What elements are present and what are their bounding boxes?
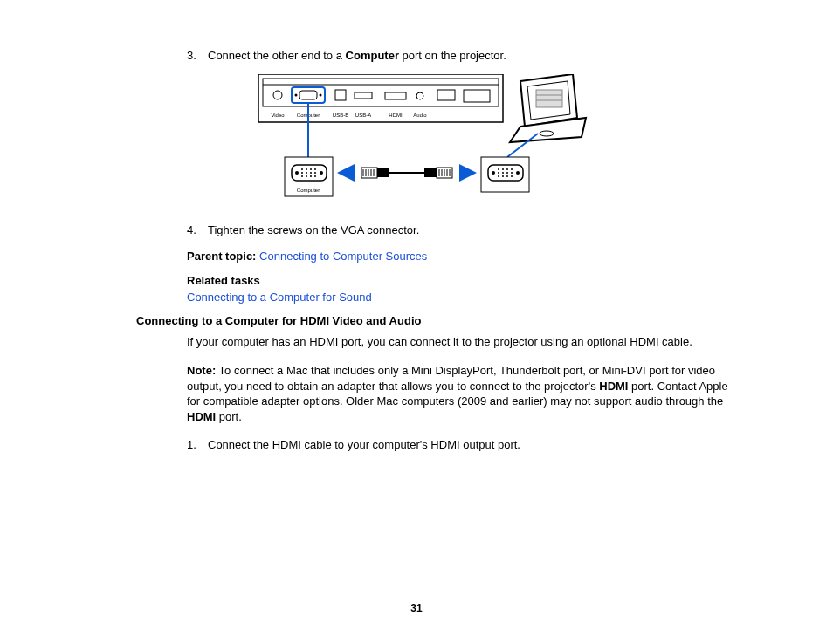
page-number: 31 xyxy=(0,602,833,614)
svg-point-51 xyxy=(511,175,513,177)
svg-point-47 xyxy=(511,172,513,174)
svg-point-42 xyxy=(506,168,508,170)
svg-point-49 xyxy=(502,175,504,177)
svg-rect-60 xyxy=(377,168,389,177)
note-paragraph: Note: To connect a Mac that includes onl… xyxy=(187,363,737,424)
svg-point-39 xyxy=(516,171,520,175)
port-label-hdmi: HDMI xyxy=(389,113,403,118)
svg-rect-54 xyxy=(361,168,377,178)
parent-topic-line: Parent topic: Connecting to Computer Sou… xyxy=(187,249,737,264)
related-task-link[interactable]: Connecting to a Computer for Sound xyxy=(187,291,372,304)
svg-point-29 xyxy=(306,172,307,174)
intro-paragraph: If your computer has an HDMI port, you c… xyxy=(187,334,737,350)
svg-point-30 xyxy=(310,172,312,174)
svg-rect-62 xyxy=(424,168,437,177)
step-4-text: Tighten the screws on the VGA connector. xyxy=(208,223,419,236)
svg-point-28 xyxy=(301,172,303,174)
step-3: 3. Connect the other end to a Computer p… xyxy=(187,49,737,62)
svg-point-41 xyxy=(502,168,504,170)
svg-point-35 xyxy=(314,175,316,177)
step-1-number: 1. xyxy=(187,438,208,451)
step-4: 4. Tighten the screws on the VGA connect… xyxy=(187,223,737,236)
svg-point-25 xyxy=(306,168,307,170)
svg-point-5 xyxy=(295,94,298,97)
connection-diagram: Video Computer USB-B USB-A HDMI Audio xyxy=(258,74,737,209)
parent-topic-label: Parent topic: xyxy=(187,250,259,263)
svg-point-45 xyxy=(502,172,504,174)
svg-point-34 xyxy=(310,175,312,177)
svg-point-40 xyxy=(498,168,499,170)
svg-point-26 xyxy=(310,168,312,170)
svg-point-22 xyxy=(295,171,299,175)
step-3-text: Connect the other end to a Computer port… xyxy=(208,49,506,62)
svg-point-6 xyxy=(320,94,322,97)
svg-point-24 xyxy=(301,168,303,170)
step-3-number: 3. xyxy=(187,49,208,62)
svg-point-48 xyxy=(498,175,499,177)
svg-point-32 xyxy=(301,175,303,177)
parent-topic-link[interactable]: Connecting to Computer Sources xyxy=(259,250,427,263)
vga-cable-icon xyxy=(361,168,452,178)
svg-point-46 xyxy=(506,172,508,174)
port-label-usb-b: USB-B xyxy=(333,113,348,118)
svg-point-31 xyxy=(314,172,316,174)
port-label-audio: Audio xyxy=(413,113,427,118)
svg-point-38 xyxy=(492,171,495,175)
connector-label-computer: Computer xyxy=(297,188,320,193)
svg-point-27 xyxy=(314,168,316,170)
port-label-usb-a: USB-A xyxy=(355,113,371,118)
svg-point-23 xyxy=(320,171,323,175)
laptop-icon xyxy=(510,74,586,142)
related-tasks-label: Related tasks xyxy=(187,273,737,289)
svg-point-33 xyxy=(306,175,307,177)
svg-marker-53 xyxy=(459,164,477,182)
svg-point-44 xyxy=(498,172,499,174)
svg-point-43 xyxy=(511,168,513,170)
section-heading: Connecting to a Computer for HDMI Video … xyxy=(136,314,737,327)
step-1-text: Connect the HDMI cable to your computer'… xyxy=(208,438,520,451)
port-label-video: Video xyxy=(271,113,285,118)
svg-marker-52 xyxy=(337,164,355,182)
step-4-number: 4. xyxy=(187,223,208,236)
svg-point-50 xyxy=(506,175,508,177)
svg-rect-14 xyxy=(536,90,562,107)
step-1: 1. Connect the HDMI cable to your comput… xyxy=(187,438,737,451)
